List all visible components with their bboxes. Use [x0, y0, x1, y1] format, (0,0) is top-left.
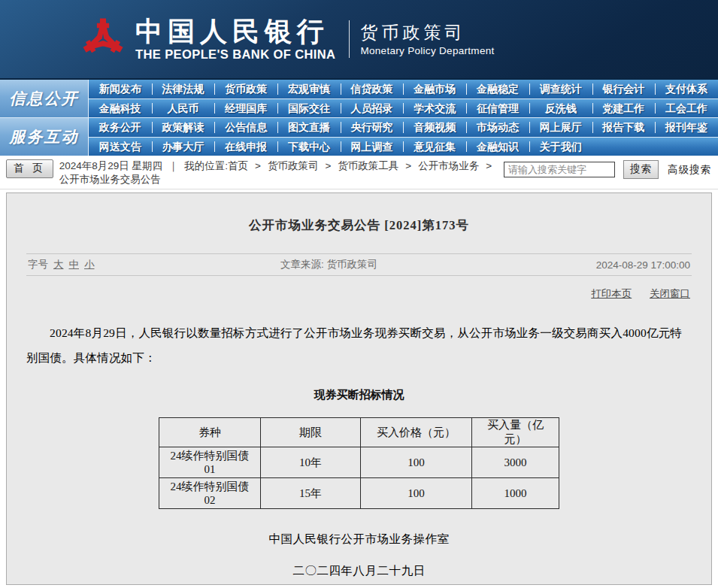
source-label: 文章来源: [280, 259, 327, 270]
nav-row: 政务公开政策解读公告信息图文直播央行研究音频视频市场动态网上展厅报告下载报刊年鉴 [89, 118, 718, 137]
nav-item[interactable]: 支付体系 [655, 80, 718, 99]
nav-row: 金融科技人民币经理国库国际交往人员招录学术交流征信管理反洗钱党建工作工会工作 [89, 99, 718, 117]
article-title: 公开市场业务交易公告 [2024]第173号 [26, 193, 692, 253]
nav-item[interactable]: 金融稳定 [466, 80, 529, 99]
bid-table-title: 现券买断招标情况 [26, 388, 692, 402]
nav-section-2: 服务互动政务公开政策解读公告信息图文直播央行研究音频视频市场动态网上展厅报告下载… [0, 117, 718, 156]
nav-item[interactable]: 报刊年鉴 [655, 118, 718, 137]
font-size-大[interactable]: 大 [53, 259, 64, 270]
nav-item[interactable]: 市场动态 [466, 118, 529, 137]
article-datetime: 2024-08-29 17:00:00 [596, 259, 690, 271]
font-size-中[interactable]: 中 [69, 259, 80, 270]
table-cell: 3000 [472, 447, 559, 478]
breadcrumb-item[interactable]: 公开市场业务交易公告 [59, 174, 161, 185]
nav-item[interactable]: 党建工作 [592, 99, 656, 117]
breadcrumb-item[interactable]: 货币政策工具 [338, 160, 398, 171]
table-header-row: 券种期限买入价格（元）买入量（亿元） [159, 418, 559, 447]
bank-name-cn: 中国人民银行 [135, 17, 335, 46]
nav-item[interactable]: 金融科技 [89, 99, 152, 117]
breadcrumb-gt: > [405, 160, 411, 171]
nav-item[interactable]: 央行研究 [341, 118, 404, 137]
breadcrumb-home-link[interactable]: 首页 [228, 160, 248, 171]
font-size-selector: 字号大中小 [28, 258, 280, 271]
nav-item[interactable]: 政务公开 [89, 118, 152, 137]
bank-name-en: THE PEOPLE'S BANK OF CHINA [135, 47, 335, 62]
table-header-cell: 券种 [159, 418, 261, 447]
nav-item[interactable]: 在线申报 [214, 138, 277, 156]
print-page-link[interactable]: 打印本页 [591, 288, 632, 299]
department-name-cn: 货币政策司 [360, 22, 494, 43]
nav-row: 网送文告办事大厅在线申报下载中心网上调查意见征集金融知识关于我们 [89, 137, 718, 156]
table-cell: 100 [361, 478, 472, 509]
breadcrumb-gt: > [255, 160, 261, 171]
table-header-cell: 买入量（亿元） [472, 418, 559, 447]
nav-item[interactable]: 人民币 [152, 99, 215, 117]
table-cell: 15年 [261, 478, 361, 509]
nav-row: 新闻发布法律法规货币政策宏观审慎信贷政策金融市场金融稳定调查统计银行会计支付体系 [89, 80, 718, 99]
nav-section-1: 信息公开新闻发布法律法规货币政策宏观审慎信贷政策金融市场金融稳定调查统计银行会计… [0, 80, 718, 117]
article-panel: 公开市场业务交易公告 [2024]第173号 字号大中小 文章来源: 货币政策司… [6, 192, 712, 585]
close-window-link[interactable]: 关闭窗口 [650, 288, 690, 299]
search-button[interactable]: 搜索 [623, 160, 659, 179]
breadcrumb-item[interactable]: 公开市场业务 [418, 160, 479, 171]
nav-item[interactable]: 金融知识 [466, 138, 529, 156]
nav-item[interactable]: 关于我们 [529, 138, 592, 156]
source-value: 货币政策司 [327, 259, 378, 270]
nav-item[interactable]: 征信管理 [466, 99, 529, 117]
table-header-cell: 期限 [261, 418, 361, 447]
nav-item[interactable]: 调查统计 [529, 80, 592, 99]
table-cell: 1000 [472, 478, 559, 509]
nav-item[interactable]: 新闻发布 [89, 80, 152, 99]
nav-item[interactable]: 反洗钱 [529, 99, 592, 117]
nav-item[interactable]: 政策解读 [152, 118, 215, 137]
main-navigation: 信息公开新闻发布法律法规货币政策宏观审慎信贷政策金融市场金融稳定调查统计银行会计… [0, 78, 718, 156]
table-cell: 24续作特别国债02 [159, 478, 261, 509]
article-body: 2024年8月29日，人民银行以数量招标方式进行了公开市场业务现券买断交易，从公… [26, 320, 692, 370]
nav-item[interactable]: 法律法规 [152, 80, 215, 99]
breadcrumb: 2024年8月29日 星期四｜我的位置:首页>货币政策司>货币政策工具>公开市场… [6, 159, 504, 186]
article-meta-row: 字号大中小 文章来源: 货币政策司 2024-08-29 17:00:00 [26, 253, 692, 276]
table-row: 24续作特别国债0110年1003000 [159, 447, 559, 478]
nav-item[interactable]: 网上调查 [341, 138, 404, 156]
search-input[interactable] [504, 162, 615, 177]
breadcrumb-gt: > [325, 160, 331, 171]
article-source: 文章来源: 货币政策司 [280, 258, 596, 271]
pboc-logo-icon [81, 11, 125, 68]
nav-item[interactable]: 信贷政策 [341, 80, 404, 99]
nav-item[interactable]: 报告下载 [592, 118, 656, 137]
nav-item[interactable]: 意见征集 [403, 138, 466, 156]
table-header-cell: 买入价格（元） [361, 418, 472, 447]
nav-tab-1[interactable]: 信息公开 [0, 80, 89, 117]
home-button[interactable]: 首 页 [6, 159, 53, 178]
nav-tab-2[interactable]: 服务互动 [0, 118, 89, 156]
nav-item[interactable]: 经理国库 [214, 99, 277, 117]
nav-item[interactable]: 工会工作 [655, 99, 718, 117]
font-size-小[interactable]: 小 [84, 259, 95, 270]
font-size-label: 字号 [28, 259, 48, 270]
table-cell: 24续作特别国债01 [159, 447, 261, 478]
nav-item[interactable]: 办事大厅 [152, 138, 215, 156]
nav-item[interactable]: 网上展厅 [529, 118, 592, 137]
nav-item[interactable]: 宏观审慎 [277, 80, 341, 99]
nav-item[interactable]: 国际交往 [277, 99, 341, 117]
nav-item[interactable]: 图文直播 [277, 118, 341, 137]
location-label: 我的位置: [184, 160, 228, 171]
nav-item[interactable]: 公告信息 [214, 118, 277, 137]
table-cell: 100 [361, 447, 472, 478]
bid-result-table: 券种期限买入价格（元）买入量（亿元） 24续作特别国债0110年10030002… [159, 417, 559, 509]
nav-item[interactable]: 学术交流 [403, 99, 466, 117]
nav-item[interactable]: 下载中心 [277, 138, 341, 156]
site-header: 中国人民银行 THE PEOPLE'S BANK OF CHINA 货币政策司 … [0, 0, 718, 78]
advanced-search-link[interactable]: 高级搜索 [668, 163, 711, 177]
search-area: 搜索 高级搜索 [504, 160, 711, 179]
nav-item[interactable]: 音频视频 [403, 118, 466, 137]
bank-name-block: 中国人民银行 THE PEOPLE'S BANK OF CHINA [135, 17, 335, 62]
nav-item[interactable]: 银行会计 [592, 80, 656, 99]
breadcrumb-item[interactable]: 货币政策司 [268, 160, 319, 171]
nav-item[interactable]: 金融市场 [403, 80, 466, 99]
nav-item[interactable]: 网送文告 [89, 138, 152, 156]
table-cell: 10年 [261, 447, 361, 478]
nav-item[interactable]: 货币政策 [214, 80, 277, 99]
signature-date: 二〇二四年八月二十九日 [26, 563, 692, 579]
nav-item[interactable]: 人员招录 [341, 99, 404, 117]
